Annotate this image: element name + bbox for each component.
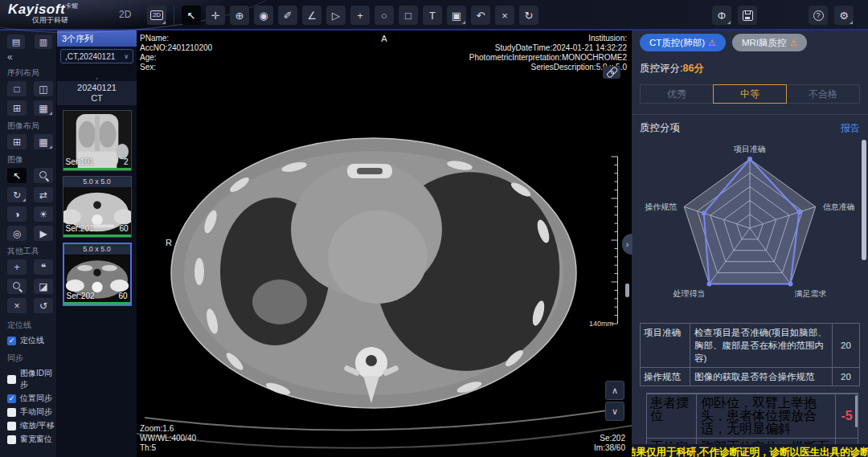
clear-icon: × xyxy=(14,300,19,312)
qc-table-row: 患者摆位仰卧位，双臂上举抱头，患者体位摆放合适，无明显偏斜-5 xyxy=(647,394,858,438)
rectangle-roi-tool[interactable]: □ xyxy=(399,6,418,25)
qc-row-item: 项目准确 xyxy=(641,324,690,367)
grade-option[interactable]: 不合格 xyxy=(786,84,860,104)
brightness-tool[interactable]: ☀ xyxy=(34,206,53,222)
play-tool[interactable]: ▶ xyxy=(34,226,53,241)
crosshair-tool[interactable]: + xyxy=(350,6,370,25)
grade-option[interactable]: 中等 xyxy=(713,84,787,104)
window-level-tool[interactable]: ◉ xyxy=(254,6,273,25)
flip-tool[interactable]: ⇄ xyxy=(34,187,53,202)
tool-section-label: 图像布局 xyxy=(0,116,56,134)
series-layout-1x2-icon: ◫ xyxy=(39,84,47,95)
next-image-button[interactable]: ∨ xyxy=(605,402,624,421)
series-layout-1x2-tool[interactable]: ◫ xyxy=(34,81,53,96)
image-layout-2x2-tool[interactable]: ⊞ xyxy=(7,134,27,149)
series-thumbnail[interactable]: Ser:1012 xyxy=(63,110,132,171)
pointer-tool[interactable]: ↖ xyxy=(182,6,201,25)
qc-protocol-tab[interactable]: MRI脑质控⚠ xyxy=(732,34,807,51)
info-tool[interactable]: Φ xyxy=(712,6,731,25)
qc-protocol-tabs: CT质控(肺部)⚠MRI脑质控⚠ xyxy=(640,34,860,51)
restore-tool[interactable]: ↺ xyxy=(34,298,53,313)
save-icon xyxy=(743,10,753,21)
ellipse-roi-tool[interactable]: ○ xyxy=(375,6,394,25)
series-layout-1x1-tool[interactable]: □ xyxy=(7,81,27,96)
contrast-tool[interactable]: ◑ xyxy=(7,206,27,222)
series-thumbnail[interactable]: 5.0 x 5.0Ser:20160 xyxy=(63,176,132,238)
cine-target-tool[interactable]: ◎ xyxy=(7,226,27,241)
series-list-panel-tool[interactable]: ▤ xyxy=(7,35,25,49)
qc-panel-scrollbar[interactable] xyxy=(862,140,866,260)
previous-image-button[interactable]: ∧ xyxy=(605,381,624,400)
checkbox-item[interactable]: 图像ID同步 xyxy=(0,365,56,390)
left-tool-strip: ▤▥ « 序列布局□◫⊞▦图像布局⊞▦图像↖↻⇄◑☀◎▶其他工具+❝◪×↺ 定位… xyxy=(0,31,56,457)
eraser-tool[interactable]: ◪ xyxy=(34,279,53,294)
reset-tool[interactable]: ↻ xyxy=(519,6,538,25)
pan-tool[interactable]: ✛ xyxy=(206,6,225,25)
checkbox-item[interactable]: 手动同步 xyxy=(0,404,56,418)
report-link[interactable]: 报告 xyxy=(841,121,860,135)
dropdown-corner-icon xyxy=(23,198,26,202)
comment-tool[interactable]: ❝ xyxy=(34,259,53,275)
grade-option[interactable]: 优秀 xyxy=(640,84,714,104)
series-panel: 3个序列 ,CT,20240121 ∨ , 20240121 CT Ser:10… xyxy=(56,31,137,457)
study-selector[interactable]: ,CT,20240121 ∨ xyxy=(60,49,133,63)
magnify-tool[interactable] xyxy=(34,168,53,183)
undo-tool[interactable]: ↶ xyxy=(471,6,490,25)
checkbox-item[interactable]: 窗宽窗位 xyxy=(0,431,56,445)
app-logo: Kayisoft卡耀 仅用于科研 xyxy=(8,2,78,26)
region-magnify-tool[interactable] xyxy=(7,279,27,294)
checkbox-label: 缩放/平移 xyxy=(20,420,55,431)
qc-protocol-tab[interactable]: CT质控(肺部)⚠ xyxy=(640,34,726,51)
image-viewport[interactable]: PName:AccNO:2401210200Age:Sex: Institusi… xyxy=(137,31,632,457)
clear-tool[interactable]: × xyxy=(7,298,27,313)
checkbox-item[interactable]: ✓定位线 xyxy=(0,333,56,346)
collapse-sidebar-button[interactable]: « xyxy=(0,49,16,63)
delete-tool[interactable]: × xyxy=(495,6,514,25)
add-tool[interactable]: + xyxy=(7,259,27,275)
rotate-tool[interactable]: ↻ xyxy=(7,187,27,202)
thumbnail-image-count: 60 xyxy=(119,224,128,233)
length-measure-icon: ✐ xyxy=(284,10,293,21)
series-list-panel-icon: ▤ xyxy=(12,37,20,47)
svg-text:处理得当: 处理得当 xyxy=(674,289,706,298)
length-measure-tool[interactable]: ✐ xyxy=(278,6,297,25)
checkbox-item[interactable]: 缩放/平移 xyxy=(0,418,56,431)
checkbox-unchecked-icon xyxy=(7,435,16,444)
save-tool[interactable] xyxy=(738,6,757,25)
layout-2d-tool[interactable]: 2D xyxy=(147,6,166,25)
image-stack-scrollbar[interactable] xyxy=(625,284,629,297)
pointer-tool[interactable]: ↖ xyxy=(7,168,27,183)
image-annotation-tool[interactable]: ▣ xyxy=(447,6,466,25)
checkbox-item[interactable]: ✓位置同步 xyxy=(0,390,56,404)
disclaimer-marquee: 结果仅用于科研,不作诊断证明，诊断以医生出具的诊断 xyxy=(632,444,868,457)
series-layout-3x3-icon: ▦ xyxy=(39,103,47,114)
series-layout-2x2-tool[interactable]: ⊞ xyxy=(7,100,27,116)
image-layout-3x3-tool[interactable]: ▦ xyxy=(34,134,53,149)
thumbnail-series-number: Ser:101 xyxy=(66,157,94,166)
angle-measure-tool[interactable]: ∠ xyxy=(302,6,321,25)
text-annotation-tool[interactable]: T xyxy=(423,6,442,25)
zoom-in-tool[interactable]: ⊕ xyxy=(230,6,249,25)
report-panel-tool[interactable]: ▥ xyxy=(35,35,52,49)
study-group-header[interactable]: 20240121 CT xyxy=(57,81,137,105)
settings-tool[interactable]: ⚙ xyxy=(834,6,854,25)
help-tool[interactable]: ? xyxy=(809,6,828,25)
study-group-modality: CT xyxy=(57,93,137,104)
checkbox-checked-icon: ✓ xyxy=(7,337,16,345)
app-screen: Kayisoft卡耀 仅用于科研 2D 2D↖✛⊕◉✐∠▷+○□T▣↶×↻ Φ … xyxy=(0,0,868,457)
overlay-line: Im:38/60 xyxy=(594,443,625,453)
overlay-series-image-index: Se:202Im:38/60 xyxy=(594,434,625,453)
qc-row-result: 20 xyxy=(832,368,859,386)
probe-tool[interactable]: ▷ xyxy=(326,6,346,25)
dropdown-corner-icon xyxy=(162,21,166,24)
series-thumbnail[interactable]: 5.0 x 5.0Ser:20260 xyxy=(63,243,132,306)
thumbnail-caption: 5.0 x 5.0 xyxy=(63,177,131,187)
series-layout-3x3-tool[interactable]: ▦ xyxy=(34,100,53,116)
link-series-button[interactable] xyxy=(603,66,620,79)
eraser-icon: ◪ xyxy=(39,281,47,292)
rotate-icon: ↻ xyxy=(13,190,21,201)
qc-row-result: 20 xyxy=(832,324,859,367)
sub-table-scrollbar[interactable] xyxy=(855,395,858,427)
stack-scroll-buttons: ∧ ∨ xyxy=(605,381,624,421)
qc-grade-options: 优秀中等不合格 xyxy=(640,84,860,104)
